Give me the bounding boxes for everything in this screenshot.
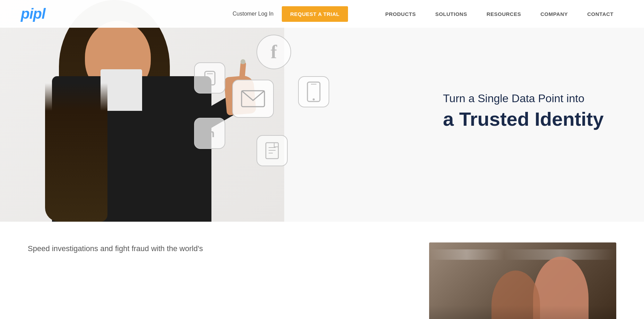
image-overlay <box>429 305 616 319</box>
header: pipl Customer Log In REQUEST A TRIAL PRO… <box>0 0 644 28</box>
main-nav: PRODUCTS SOLUTIONS RESOURCES COMPANY CON… <box>376 11 624 17</box>
logo[interactable]: pipl <box>21 6 45 22</box>
svg-point-6 <box>313 98 315 100</box>
header-actions: Customer Log In REQUEST A TRIAL <box>233 6 369 22</box>
nav-item-resources[interactable]: RESOURCES <box>477 11 531 17</box>
hero-text: Turn a Single Data Point into a Trusted … <box>443 91 616 131</box>
document-icon <box>256 135 288 166</box>
facebook-icon: f <box>256 35 291 69</box>
nav-item-products[interactable]: PRODUCTS <box>376 11 426 17</box>
lower-image <box>429 242 616 319</box>
header-nav-area: Customer Log In REQUEST A TRIAL PRODUCTS… <box>233 6 623 22</box>
linkedin-icon: in <box>194 118 225 149</box>
ceiling-lights <box>429 249 616 260</box>
customer-log-link[interactable]: Customer Log In <box>233 11 273 17</box>
email-icon <box>232 80 274 118</box>
hero-title: a Trusted Identity <box>443 107 616 130</box>
nav-item-company[interactable]: COMPANY <box>531 11 577 17</box>
lower-description: Speed investigations and fight fraud wit… <box>28 242 236 255</box>
hero-subtitle: Turn a Single Data Point into <box>443 91 616 106</box>
nav-item-contact[interactable]: CONTACT <box>577 11 623 17</box>
hero-section: f in <box>0 0 644 222</box>
mobile-icon <box>298 76 329 107</box>
nav-item-solutions[interactable]: SOLUTIONS <box>426 11 477 17</box>
svg-point-1 <box>209 82 211 84</box>
floating-icons: f in <box>180 35 354 180</box>
lower-section: Speed investigations and fight fraud wit… <box>0 222 644 319</box>
lower-text: Speed investigations and fight fraud wit… <box>28 242 429 255</box>
phone-icon <box>194 62 225 94</box>
request-trial-button[interactable]: REQUEST A TRIAL <box>282 6 348 22</box>
